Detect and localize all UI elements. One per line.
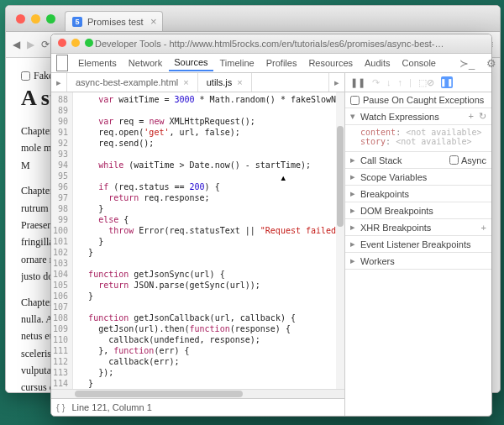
reload-icon[interactable]: ⟳ — [41, 39, 50, 50]
devtools-window: Developer Tools - http://www.html5rocks.… — [50, 34, 492, 417]
watch-body: content: <not available> story: <not ava… — [345, 125, 491, 152]
section-scope[interactable]: ▸Scope Variables — [345, 169, 491, 186]
browser-tab[interactable]: 5 Promises test × — [65, 11, 163, 31]
deactivate-bp-icon[interactable]: ⬚⊘ — [418, 77, 434, 88]
file-tab-html[interactable]: async-best-example.html × — [67, 73, 198, 92]
scroll-thumb[interactable] — [75, 391, 243, 397]
add-xhr-bp-icon[interactable]: + — [481, 223, 486, 233]
cursor-position: Line 121, Column 1 — [71, 402, 151, 412]
tab-strip: 5 Promises test × — [6, 6, 500, 32]
async-checkbox[interactable]: Async — [449, 155, 486, 165]
devtools-titlebar: Developer Tools - http://www.html5rocks.… — [51, 34, 491, 54]
minimize-icon[interactable] — [31, 14, 40, 24]
window-controls[interactable] — [16, 14, 55, 24]
zoom-icon[interactable] — [85, 39, 93, 47]
refresh-watch-icon[interactable]: ↻ — [479, 111, 486, 122]
step-over-icon[interactable]: ↷ — [372, 77, 380, 88]
panel-console[interactable]: Console — [397, 55, 441, 71]
code-content[interactable]: var waitTime = 3000 * Math.random() * fa… — [73, 92, 344, 389]
favicon-icon: 5 — [72, 17, 82, 27]
section-callstack[interactable]: ▸ Call Stack Async — [345, 152, 491, 169]
step-into-icon[interactable]: ↓ — [386, 77, 391, 87]
debug-toolbar: ❚❚ ↷ ↓ ↑ | ⬚⊘ ❚❚ — [345, 73, 491, 92]
section-label: Watch Expressions — [360, 112, 439, 122]
file-tab-utils[interactable]: utils.js × — [198, 73, 252, 92]
section-watch[interactable]: ▾ Watch Expressions + ↻ — [345, 108, 491, 125]
sources-left-pane: ▸ async-best-example.html × utils.js × ▸… — [51, 73, 345, 416]
scrollbar-v[interactable] — [336, 92, 344, 389]
scrollbar-h[interactable] — [51, 389, 344, 398]
file-tabs: ▸ async-best-example.html × utils.js × ▸ — [51, 73, 344, 92]
minimize-icon[interactable] — [71, 39, 80, 47]
section-workers[interactable]: ▸Workers — [345, 253, 491, 270]
back-icon[interactable]: ◀ — [13, 39, 20, 50]
disclosure-icon[interactable]: ▸ — [350, 155, 357, 165]
pretty-print-icon[interactable]: { } — [56, 402, 65, 412]
watch-item[interactable]: story: <not available> — [360, 137, 486, 146]
pause-caught-checkbox[interactable] — [350, 96, 360, 105]
panel-audits[interactable]: Audits — [360, 55, 396, 71]
close-tab-icon[interactable]: × — [183, 77, 188, 87]
pause-caught-label: Pause On Caught Exceptions — [363, 95, 484, 105]
panel-sources[interactable]: Sources — [169, 55, 213, 71]
code-editor[interactable]: 88 89 90 91 92 93 94 95 96 97 98 99 100 … — [51, 92, 344, 389]
window-controls[interactable] — [58, 39, 93, 47]
section-label: Call Stack — [360, 155, 402, 165]
section-breakpoints[interactable]: ▸Breakpoints — [345, 186, 491, 202]
editor-status: { } Line 121, Column 1 — [51, 398, 344, 416]
file-tab-label: utils.js — [207, 77, 233, 87]
step-out-icon[interactable]: ↑ — [398, 77, 403, 87]
pause-icon[interactable]: ❚❚ — [350, 77, 365, 88]
section-xhr-bp[interactable]: ▸XHR Breakpoints+ — [345, 219, 491, 236]
zoom-icon[interactable] — [46, 14, 55, 24]
panel-resources[interactable]: Resources — [303, 55, 358, 71]
debugger-sidebar: ❚❚ ↷ ↓ ↑ | ⬚⊘ ❚❚ Pause On Caught Excepti… — [345, 73, 491, 416]
inspect-icon[interactable] — [56, 55, 68, 71]
watch-item[interactable]: content: <not available> — [360, 128, 486, 137]
console-toggle-icon[interactable]: ≻_ — [454, 55, 480, 72]
navigator-icon[interactable]: ▸ — [51, 73, 67, 92]
close-tab-icon[interactable]: × — [150, 15, 157, 28]
line-gutter: 88 89 90 91 92 93 94 95 96 97 98 99 100 … — [51, 92, 73, 389]
panel-elements[interactable]: Elements — [73, 55, 122, 71]
panel-network[interactable]: Network — [123, 55, 167, 71]
scroll-thumb[interactable] — [337, 126, 344, 227]
panel-timeline[interactable]: Timeline — [215, 55, 260, 71]
devtools-title: Developer Tools - http://www.html5rocks.… — [95, 39, 448, 49]
tab-title: Promises test — [87, 17, 144, 27]
section-event-bp[interactable]: ▸Event Listener Breakpoints — [345, 236, 491, 253]
close-tab-icon[interactable]: × — [237, 77, 242, 87]
close-icon[interactable] — [16, 14, 25, 24]
file-tab-label: async-best-example.html — [76, 77, 178, 87]
pause-exceptions-icon[interactable]: ❚❚ — [441, 76, 453, 88]
checkbox-input[interactable] — [21, 71, 30, 81]
forward-icon[interactable]: ▶ — [27, 39, 34, 50]
panel-profiles[interactable]: Profiles — [261, 55, 302, 71]
pause-caught-row[interactable]: Pause On Caught Exceptions — [345, 92, 491, 108]
devtools-panel-tabs: Elements Network Sources Timeline Profil… — [51, 54, 491, 73]
disclosure-icon[interactable]: ▾ — [350, 111, 357, 122]
more-tabs-icon[interactable]: ▸ — [328, 73, 344, 92]
add-watch-icon[interactable]: + — [469, 111, 474, 122]
section-dom-bp[interactable]: ▸DOM Breakpoints — [345, 202, 491, 219]
settings-icon[interactable]: ⚙ — [481, 55, 501, 72]
close-icon[interactable] — [58, 39, 66, 47]
